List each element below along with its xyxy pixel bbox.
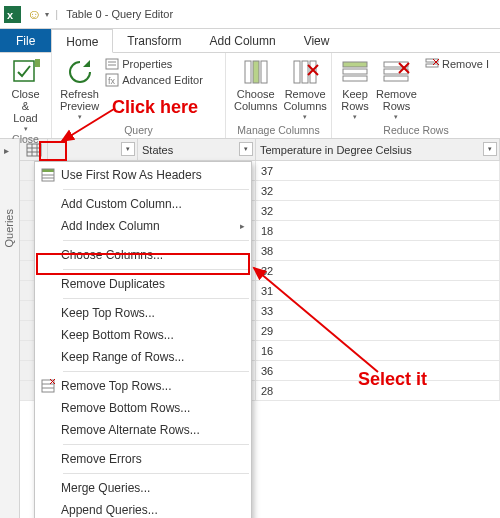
chevron-down-icon: ▾ — [353, 113, 357, 121]
filter-dropdown-icon[interactable]: ▾ — [121, 142, 135, 156]
menu-add-index-column[interactable]: Add Index Column▸ — [35, 215, 251, 237]
title-bar: x ☺ ▾ | Table 0 - Query Editor — [0, 0, 500, 29]
menu-label: Remove Bottom Rows... — [61, 401, 251, 415]
remove-rows-icon — [381, 57, 411, 87]
menu-label: Add Custom Column... — [61, 197, 251, 211]
ribbon-tabs: File Home Transform Add Column View — [0, 29, 500, 53]
annotation-select-it: Select it — [358, 369, 427, 390]
remove-rows-button[interactable]: Remove Rows ▾ — [374, 55, 419, 121]
remove-top-icon — [35, 379, 61, 393]
tab-transform[interactable]: Transform — [113, 29, 195, 52]
svg-rect-22 — [384, 76, 408, 81]
menu-separator — [63, 371, 249, 372]
menu-remove-errors[interactable]: Remove Errors — [35, 448, 251, 470]
menu-separator — [63, 240, 249, 241]
chevron-down-icon: ▾ — [303, 113, 307, 121]
menu-remove-duplicates[interactable]: Remove Duplicates — [35, 273, 251, 295]
annotation-arrow-click — [58, 105, 118, 145]
chevron-down-icon: ▾ — [394, 113, 398, 121]
properties-button[interactable]: Properties — [105, 57, 203, 71]
menu-separator — [63, 298, 249, 299]
choose-columns-label: Choose Columns — [234, 88, 277, 112]
tab-view[interactable]: View — [290, 29, 344, 52]
svg-rect-18 — [343, 69, 367, 74]
svg-rect-4 — [106, 59, 118, 69]
refresh-icon — [65, 57, 95, 87]
chevron-right-icon[interactable]: ▸ — [4, 145, 9, 156]
keep-rows-button[interactable]: Keep Rows ▾ — [338, 55, 372, 121]
menu-add-custom-column[interactable]: Add Custom Column... — [35, 193, 251, 215]
close-and-load-button[interactable]: Close & Load ▾ — [6, 55, 45, 133]
remove-columns-button[interactable]: Remove Columns ▾ — [281, 55, 328, 121]
svg-rect-26 — [426, 64, 438, 67]
svg-rect-2 — [14, 61, 34, 81]
queries-label: Queries — [3, 209, 15, 248]
advanced-editor-icon: fx — [105, 73, 119, 87]
menu-label: Merge Queries... — [61, 481, 251, 495]
menu-remove-bottom-rows[interactable]: Remove Bottom Rows... — [35, 397, 251, 419]
qa-dropdown-icon[interactable]: ▾ — [45, 10, 49, 19]
cell-temperature[interactable]: 18 — [256, 221, 500, 240]
remove-extra-label: Remove I — [442, 58, 489, 70]
group-managecols-label: Manage Columns — [232, 124, 325, 138]
col-header-states[interactable]: States▾ — [138, 139, 256, 160]
menu-append-queries[interactable]: Append Queries... — [35, 499, 251, 518]
tab-addcolumn[interactable]: Add Column — [196, 29, 290, 52]
excel-icon: x — [4, 6, 21, 23]
svg-text:x: x — [7, 9, 14, 21]
annotation-box-choose — [36, 253, 250, 275]
filter-dropdown-icon[interactable]: ▾ — [239, 142, 253, 156]
menu-first-row-headers[interactable]: Use First Row As Headers — [35, 164, 251, 186]
filter-dropdown-icon[interactable]: ▾ — [483, 142, 497, 156]
menu-label: Use First Row As Headers — [61, 168, 251, 182]
menu-keep-range-rows[interactable]: Keep Range of Rows... — [35, 346, 251, 368]
tab-file[interactable]: File — [0, 29, 51, 52]
menu-label: Remove Errors — [61, 452, 251, 466]
remove-columns-label: Remove Columns — [283, 88, 326, 112]
menu-label: Remove Top Rows... — [61, 379, 251, 393]
svg-rect-17 — [343, 62, 367, 67]
annotation-click-here: Click here — [112, 97, 198, 118]
col-header-temperature[interactable]: Temperature in Degree Celsius▾ — [256, 139, 500, 160]
submenu-arrow-icon: ▸ — [240, 221, 245, 231]
choose-columns-button[interactable]: Choose Columns — [232, 55, 279, 121]
cell-temperature[interactable]: 37 — [256, 161, 500, 180]
remove-extra-button[interactable]: Remove I — [425, 57, 489, 71]
menu-remove-alternate-rows[interactable]: Remove Alternate Rows... — [35, 419, 251, 441]
menu-label: Remove Duplicates — [61, 277, 251, 291]
cell-temperature[interactable]: 32 — [256, 201, 500, 220]
close-load-icon — [11, 57, 41, 87]
annotation-arrow-select — [248, 262, 388, 382]
menu-label: Remove Alternate Rows... — [61, 423, 251, 437]
svg-rect-3 — [35, 59, 40, 67]
keep-rows-icon — [340, 57, 370, 87]
smiley-icon[interactable]: ☺ — [27, 6, 41, 22]
cell-temperature[interactable]: 38 — [256, 241, 500, 260]
svg-text:fx: fx — [108, 76, 116, 86]
queries-sidebar[interactable]: ▸ Queries — [0, 139, 20, 518]
menu-label: Add Index Column — [61, 219, 251, 233]
close-load-label: Close & Load — [8, 88, 43, 124]
properties-label: Properties — [122, 58, 172, 70]
menu-label: Keep Bottom Rows... — [61, 328, 251, 342]
menu-label: Keep Range of Rows... — [61, 350, 251, 364]
remove-columns-icon — [290, 57, 320, 87]
svg-rect-19 — [343, 76, 367, 81]
menu-merge-queries[interactable]: Merge Queries... — [35, 477, 251, 499]
cell-temperature[interactable]: 32 — [256, 181, 500, 200]
menu-keep-top-rows[interactable]: Keep Top Rows... — [35, 302, 251, 324]
chevron-down-icon: ▾ — [24, 125, 28, 133]
tab-home[interactable]: Home — [51, 29, 113, 53]
menu-label: Keep Top Rows... — [61, 306, 251, 320]
svg-rect-9 — [245, 61, 251, 83]
svg-rect-11 — [261, 61, 267, 83]
advanced-editor-button[interactable]: fx Advanced Editor — [105, 73, 203, 87]
svg-rect-12 — [294, 61, 300, 83]
group-reducerows-label: Reduce Rows — [338, 124, 494, 138]
properties-icon — [105, 57, 119, 71]
table-context-menu: Use First Row As Headers Add Custom Colu… — [34, 161, 252, 518]
menu-label: Append Queries... — [61, 503, 251, 517]
svg-line-44 — [254, 268, 378, 372]
menu-keep-bottom-rows[interactable]: Keep Bottom Rows... — [35, 324, 251, 346]
menu-remove-top-rows[interactable]: Remove Top Rows... — [35, 375, 251, 397]
